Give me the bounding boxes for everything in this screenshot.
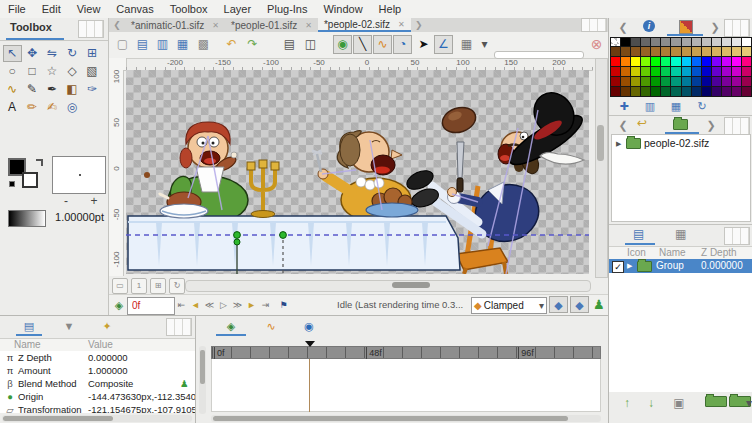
menu-window[interactable]: Window (315, 0, 370, 18)
palette-color-swatch[interactable] (641, 37, 651, 47)
palette-color-swatch[interactable] (631, 87, 641, 97)
tab-toolbox[interactable]: Toolbox (10, 21, 52, 33)
menu-plugins[interactable]: Plug-Ins (259, 0, 315, 18)
scrollbar-thumb[interactable] (597, 125, 604, 161)
tab-people02sifz[interactable]: *people-02.sifz✕ (318, 18, 411, 32)
swap-colors-icon[interactable] (36, 159, 43, 166)
timetrack-ruler[interactable]: 0f48f96f (211, 346, 601, 359)
palette-color-swatch[interactable] (692, 47, 702, 57)
tool-text[interactable]: A (3, 99, 22, 116)
history-tab-icon[interactable]: ↩ (637, 116, 647, 130)
tabs-scroll-right-icon[interactable]: ❯ (411, 18, 427, 32)
tab-animatic01sifz[interactable]: *animatic-01.sifz✕ (125, 18, 225, 32)
palette-color-swatch[interactable] (621, 57, 631, 67)
bounds-flag-button[interactable]: ⚑ (277, 298, 290, 312)
palette-tab-icon[interactable] (679, 20, 693, 34)
canvas-browser-item[interactable]: ▶people-02.sifz (612, 135, 750, 151)
canvas-horizontal-scrollbar[interactable] (185, 280, 591, 292)
close-icon[interactable]: ✕ (305, 21, 312, 30)
visibility-checkbox[interactable]: ✓ (612, 261, 624, 273)
save-all-button[interactable]: ▩ (194, 35, 213, 54)
param-value[interactable]: 0.000000 (88, 351, 128, 364)
palette-color-swatch[interactable] (641, 57, 651, 67)
scrollbar-thumb[interactable] (200, 350, 205, 384)
menu-help[interactable]: Help (371, 0, 410, 18)
canvas-viewport[interactable] (126, 70, 589, 274)
curves-tab-icon[interactable]: ∿ (260, 318, 282, 334)
brush-width-value[interactable]: 1.00000pt (46, 211, 104, 223)
info-tab-icon[interactable]: i (643, 20, 655, 32)
palette-color-swatch[interactable] (712, 57, 722, 67)
palette-color-swatch[interactable] (702, 37, 712, 47)
palette-color-swatch[interactable] (682, 67, 692, 77)
tabs-scroll-left-icon[interactable]: ❮ (109, 18, 125, 32)
tool-spline[interactable]: ∿ (3, 81, 22, 98)
palette-color-swatch[interactable] (742, 57, 752, 67)
palette-color-swatch[interactable] (682, 87, 692, 97)
panel-nav-right-icon[interactable]: ❯ (701, 117, 721, 133)
toggle-radius-handles-button[interactable]: ◔ (393, 35, 412, 54)
palette-color-swatch[interactable] (610, 67, 621, 77)
timetrack-tab-icon[interactable]: ◈ (220, 318, 242, 334)
palette-color-swatch[interactable] (610, 57, 621, 67)
palette-color-swatch[interactable] (661, 77, 671, 87)
tool-star[interactable]: ☆ (43, 63, 62, 80)
param-row[interactable]: πZ Depth0.000000 (0, 351, 195, 364)
decrease-width-button[interactable]: - (58, 195, 74, 207)
render-options-icon[interactable]: ◈ (111, 297, 127, 313)
refresh-palette-button[interactable]: ↻ (693, 100, 711, 113)
palette-color-swatch[interactable] (641, 47, 651, 57)
save-as-button[interactable]: ▦ (173, 35, 192, 54)
palette-color-swatch[interactable] (671, 47, 681, 57)
palette-color-swatch[interactable] (682, 37, 692, 47)
seek-next-keyframe-button[interactable]: ► (245, 298, 258, 312)
scrollbar-thumb[interactable] (3, 416, 113, 421)
palette-color-swatch[interactable] (722, 47, 732, 57)
toggle-vertex-handles-button[interactable]: ╲ (353, 35, 372, 54)
current-time-field[interactable] (127, 297, 175, 315)
param-row[interactable]: ▱Transformation-121.154675px,-107.9105 (0, 403, 195, 413)
palette-color-swatch[interactable] (631, 37, 641, 47)
palette-color-swatch[interactable] (742, 87, 752, 97)
palette-color-swatch[interactable] (702, 77, 712, 87)
param-row[interactable]: πAmount1.000000 (0, 364, 195, 377)
tool-rotate[interactable]: ↻ (63, 45, 82, 62)
tool-rectangle[interactable]: □ (23, 63, 42, 80)
time-cursor-marker[interactable] (305, 341, 315, 347)
past-keyframe-lock-button[interactable]: ◆ (549, 296, 568, 313)
dock-drag-widget[interactable] (724, 19, 750, 37)
palette-color-swatch[interactable] (661, 67, 671, 77)
dock-drag-widget[interactable] (78, 20, 104, 38)
tool-scale[interactable]: ⊞ (83, 45, 102, 62)
palette-color-swatch[interactable] (692, 67, 702, 77)
stop-button[interactable]: ⊗ (589, 37, 604, 52)
palette-color-swatch[interactable] (722, 87, 732, 97)
dock-drag-widget[interactable] (724, 117, 750, 135)
menu-toolbox[interactable]: Toolbox (162, 0, 216, 18)
canvas-browser-tab-icon[interactable] (673, 119, 688, 130)
palette-color-swatch[interactable] (742, 47, 752, 57)
close-icon[interactable]: ✕ (398, 20, 405, 29)
palette-color-swatch[interactable] (732, 47, 742, 57)
param-value[interactable]: 1.000000 (88, 364, 128, 377)
palette-color-swatch[interactable] (641, 67, 651, 77)
close-icon[interactable]: ✕ (212, 21, 219, 30)
palette-color-swatch[interactable] (732, 37, 742, 47)
palette-color-swatch[interactable] (742, 67, 752, 77)
panel-nav-left-icon[interactable]: ❮ (613, 117, 633, 133)
parameters-horizontal-scrollbar[interactable] (2, 415, 192, 422)
palette-color-swatch[interactable] (732, 87, 742, 97)
palette-color-swatch[interactable] (671, 87, 681, 97)
palette-color-swatch[interactable] (671, 67, 681, 77)
tool-brush[interactable]: ✒ (43, 81, 62, 98)
toggle-tangent-handles-button[interactable]: ∿ (373, 35, 392, 54)
palette-color-swatch[interactable] (722, 37, 732, 47)
panel-nav-right-icon[interactable]: ❯ (705, 19, 725, 35)
palette-color-swatch[interactable] (692, 87, 702, 97)
lower-layer-button[interactable]: ↓ (641, 396, 661, 410)
menu-layer[interactable]: Layer (216, 0, 260, 18)
tool-gradient[interactable]: ▧ (83, 63, 102, 80)
future-keyframe-lock-button[interactable]: ◆ (570, 296, 589, 313)
layers-tab-icon[interactable]: ▤ (633, 227, 644, 241)
palette-color-swatch[interactable] (621, 87, 631, 97)
